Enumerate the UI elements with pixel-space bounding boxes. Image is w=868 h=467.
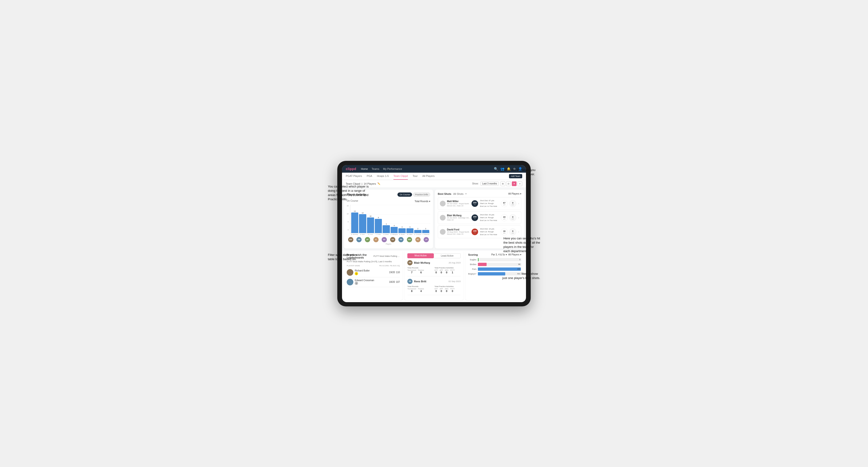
all-players-dropdown[interactable]: All Players ▾ — [508, 192, 521, 195]
lb-name-edward: Edward Crossman — [355, 279, 374, 282]
active-putt-label-1: PUTT — [450, 269, 455, 271]
shot-stats-3: 16 yds 0 yds — [501, 228, 516, 236]
leaderboard-row-edward-crossman[interactable]: Edward Crossman 2 18/20 107 — [347, 277, 400, 287]
toggle-practice-drills[interactable]: Practice Drills — [413, 192, 430, 197]
show-select[interactable]: Last 3 months — [480, 182, 499, 186]
y-axis: 15 10 5 0 — [347, 205, 349, 231]
tab-team-clippd[interactable]: Team Clippd — [394, 173, 408, 180]
scoring-bar-pars — [478, 268, 521, 271]
active-gtt-label-2: GTT — [434, 288, 438, 290]
scoring-row-bogeys: Bogeys+ 311 — [468, 272, 521, 276]
y-label-5: 5 — [347, 221, 349, 223]
bottom-row: Practice Leaderboards PUTT Must Make Put… — [342, 250, 526, 302]
active-practice-label-2: Practice — [418, 288, 424, 290]
active-gtt-val-1: 0 — [434, 271, 438, 274]
scoring-label-birdies: Birdies — [468, 263, 476, 266]
active-practice-val-1: 6 — [418, 271, 424, 274]
lb-player-edward-crossman: Edward Crossman 2 — [347, 279, 388, 285]
shot-dist-info-3: Shot Dist: 16 yds Start Lie: Rough End L… — [480, 228, 499, 236]
shot-item-matt-miller[interactable]: Matt Miller 09 Jun 2023 · Royal North De… — [438, 197, 521, 210]
bar-o-billingham: 4 — [391, 225, 398, 233]
toggle-on-course[interactable]: On Course — [398, 192, 412, 197]
avatar-obillingham[interactable]: OB — [390, 237, 395, 242]
annotation-best-shots: Here you can see who's hitthe best shots… — [503, 236, 540, 253]
lb-avatar-richard — [347, 269, 353, 276]
tab-all-players[interactable]: All Players — [423, 173, 435, 180]
active-player-header-2: RB Rees Britt 02 Sep 2023 — [407, 279, 460, 284]
view-icon-grid2[interactable]: ⊞ — [500, 181, 505, 186]
active-putt-col-2: PUTT 0 — [450, 288, 455, 292]
tab-pga[interactable]: PGA — [367, 173, 372, 180]
avatar-ecrossman[interactable]: EC — [415, 237, 421, 242]
shot-stat-box-1b: 0 yds — [509, 200, 516, 207]
top-nav: clippd Home Teams My Performance 🔍 👥 🔔 ⊕… — [342, 165, 526, 173]
shot-item-blair-mcharg[interactable]: Blair McHarg 23 Jul 2023 · Ashridge GC, … — [438, 211, 521, 224]
chevron-right-2[interactable]: › — [518, 216, 519, 219]
tab-hcaps[interactable]: Hcaps 1-5 — [377, 173, 389, 180]
nav-link-home[interactable]: Home — [361, 167, 368, 170]
tab-most-active[interactable]: Most Active — [407, 253, 434, 258]
team-header-right: Show: Last 3 months ⊞ ⊟ ♥ ≡ — [472, 181, 522, 186]
scoring-bar-birdies — [478, 263, 487, 266]
tab-tour[interactable]: Tour — [412, 173, 417, 180]
leaderboard-dropdown[interactable]: PUTT Must Make Putting ... ▾ — [373, 255, 400, 257]
x-label-jcoles: J. Coles — [375, 234, 382, 235]
avatar-jcoles[interactable]: JC — [373, 237, 379, 242]
scoring-bar-bogeys — [478, 272, 505, 276]
active-rounds-section-1: Total Rounds Tournament 7 Practice 6 — [407, 267, 434, 274]
tab-pgat-players[interactable]: PGAT Players — [346, 173, 362, 180]
shot-player-meta-1: 09 Jun 2023 · Royal North Devon GC, Hole… — [447, 203, 470, 207]
shots-filter-arrow[interactable]: ▾ — [465, 192, 467, 195]
nav-link-teams[interactable]: Teams — [372, 167, 379, 170]
tab-least-active[interactable]: Least Active — [434, 253, 461, 258]
total-rounds-dropdown[interactable]: Total Rounds ▾ — [415, 200, 430, 203]
tab-all-shots[interactable]: All Shots — [453, 192, 463, 195]
active-app-val-2: 0 — [440, 290, 443, 292]
bar-l-robertson: 2 — [422, 228, 429, 233]
chevron-right-3[interactable]: › — [518, 230, 519, 234]
scoring-filter-players[interactable]: All Players ▾ — [508, 253, 521, 256]
show-label: Show: — [472, 182, 478, 185]
active-date-2: 02 Sep 2023 — [448, 280, 461, 283]
active-arg-label-2: ARG — [445, 288, 448, 290]
chevron-right-1[interactable]: › — [518, 202, 519, 205]
avatar-rbutler[interactable]: RB — [398, 237, 404, 242]
bar-label-5: 5 — [386, 223, 387, 225]
main-content: Player Activity On Course Practice Drill… — [342, 188, 526, 250]
active-practice-col-1: Practice 6 — [418, 269, 424, 274]
avatar-mmiller[interactable]: MM — [407, 237, 412, 242]
tab-best-shots[interactable]: Best Shots — [438, 192, 451, 195]
nav-logo: clippd — [346, 167, 356, 171]
nav-link-performance[interactable]: My Performance — [383, 167, 402, 170]
avatar-rbritt[interactable]: RB — [356, 237, 362, 242]
bar-r-butler: 3 — [398, 226, 405, 233]
avatar-eebert[interactable]: EE — [382, 237, 387, 242]
active-gtt-label-1: GTT — [434, 269, 438, 271]
bar-label-2b: 2 — [425, 228, 426, 229]
x-label-eebert: E. Ebert — [382, 234, 390, 235]
scoring-filter-par[interactable]: Par 3, 4 & 5s ▾ — [491, 253, 507, 256]
scoring-bars: Eagles 3 Birdies 96 — [468, 258, 521, 276]
view-icon-heart[interactable]: ♥ — [512, 181, 517, 186]
view-icon-list[interactable]: ≡ — [518, 181, 522, 186]
leaderboard-row-richard-butler[interactable]: Richard Butler 1 19/20 110 — [347, 268, 400, 277]
avatar-dford[interactable]: DF — [365, 237, 370, 242]
active-player-header-1: BM Blair McHarg 26 Aug 2023 — [407, 260, 460, 266]
active-rounds-row-1: Tournament 7 Practice 6 — [407, 269, 434, 274]
edit-icon[interactable]: ✏️ — [377, 182, 380, 185]
x-label-rbutler: R. Butler — [398, 234, 406, 235]
lb-badge-2: 2 — [355, 282, 358, 285]
shot-stat-box-1a: 67 yds — [501, 200, 508, 207]
add-team-button[interactable]: Add Team — [509, 174, 522, 178]
avatar-lrobertson[interactable]: LR — [424, 237, 429, 242]
scoring-bar-container-pars: 499 — [478, 268, 521, 271]
x-label-bmcharg: B. McHarg — [351, 234, 358, 235]
view-icon-grid4[interactable]: ⊟ — [506, 181, 511, 186]
avatar-bmcharg[interactable]: BM — [348, 237, 353, 242]
shot-stat-box-3a: 16 yds — [501, 228, 508, 236]
active-player-blair: BM Blair McHarg 26 Aug 2023 Total Rounds… — [407, 260, 460, 276]
search-icon[interactable]: 🔍 — [494, 167, 498, 171]
shot-player-name-3: David Ford — [447, 228, 470, 231]
shot-dist-info-2: Shot Dist: 43 yds Start Lie: Rough End L… — [480, 214, 499, 222]
x-label-mmiller: M. Miller — [406, 234, 413, 235]
